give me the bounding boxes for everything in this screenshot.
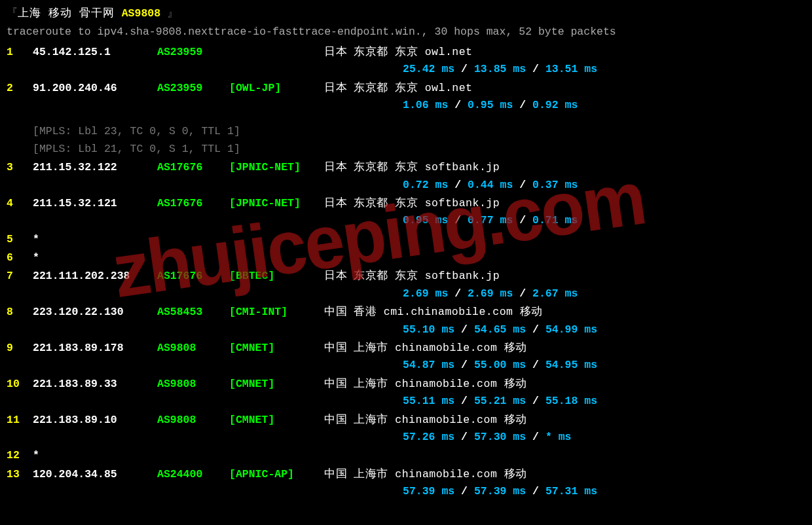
hop-geo: 中国 上海市 chinamobile.com 移动 <box>324 466 527 483</box>
hop-number: 8 <box>7 304 33 321</box>
rtt-value: 2.67 ms <box>532 287 578 300</box>
rtt-separator: / <box>448 99 468 111</box>
hop-asn: AS9808 <box>157 340 229 357</box>
rtt-separator: / <box>526 485 545 498</box>
hop-row: 7221.111.202.238AS17676[BBTEC]日本 东京都 东京 … <box>7 268 805 285</box>
hop-netname: [JPNIC-NET] <box>229 195 324 212</box>
hop-number: 13 <box>7 466 33 483</box>
rtt-value: 54.65 ms <box>474 323 526 336</box>
hop-entry: 5* <box>7 231 805 248</box>
hop-row: 13120.204.34.85AS24400[APNIC-AP]中国 上海市 c… <box>7 466 805 483</box>
hop-ip: 120.204.34.85 <box>33 466 157 483</box>
hop-netname: [CMNET] <box>229 340 324 357</box>
hop-row: 9221.183.89.178AS9808[CMNET]中国 上海市 china… <box>7 340 805 357</box>
rtt-separator: / <box>513 179 532 191</box>
hop-geo: 日本 东京都 东京 owl.net <box>324 44 473 61</box>
hop-entry: 10221.183.89.33AS9808[CMNET]中国 上海市 china… <box>7 376 805 410</box>
hop-number: 12 <box>7 447 33 464</box>
rtt-value: 1.06 ms <box>403 99 448 111</box>
mpls-line: [MPLS: Lbl 21, TC 0, S 1, TTL 1] <box>7 141 805 158</box>
hop-geo: 日本 东京都 东京 softbank.jp <box>324 268 500 285</box>
hop-asn: AS23959 <box>157 80 229 97</box>
rtt-value: 0.95 ms <box>468 99 513 111</box>
hop-timing: 55.11 ms / 55.21 ms / 55.18 ms <box>7 393 805 410</box>
rtt-separator: / <box>448 287 468 300</box>
rtt-value: 57.39 ms <box>474 485 526 498</box>
hop-entry: 145.142.125.1AS23959日本 东京都 东京 owl.net25.… <box>7 44 805 79</box>
hop-asn: AS24400 <box>157 466 229 483</box>
rtt-separator: / <box>526 395 545 407</box>
title-asn: AS9808 <box>122 7 160 20</box>
traceroute-command: traceroute to ipv4.sha-9808.nexttrace-io… <box>7 24 805 41</box>
hop-ip: 221.183.89.178 <box>33 340 157 357</box>
hop-netname: [OWL-JP] <box>229 80 324 97</box>
rtt-value: 55.00 ms <box>474 359 526 371</box>
rtt-value: 13.51 ms <box>545 63 597 75</box>
bracket-close: 』 <box>160 7 178 20</box>
rtt-separator: / <box>526 431 545 443</box>
rtt-value: 0.72 ms <box>403 179 448 191</box>
hop-timing: 0.72 ms / 0.44 ms / 0.37 ms <box>7 177 805 194</box>
hop-number: 11 <box>7 412 33 429</box>
hop-number: 10 <box>7 376 33 393</box>
hop-row: 291.200.240.46AS23959[OWL-JP]日本 东京都 东京 o… <box>7 80 805 97</box>
hop-geo: 中国 上海市 chinamobile.com 移动 <box>324 376 527 393</box>
traceroute-title: 『上海 移动 骨干网 AS9808 』 <box>7 5 805 22</box>
rtt-value: 0.92 ms <box>532 99 578 111</box>
rtt-separator: / <box>513 214 532 226</box>
rtt-separator: / <box>526 323 545 336</box>
hop-asn: AS23959 <box>157 44 229 61</box>
hop-entry: 13120.204.34.85AS24400[APNIC-AP]中国 上海市 c… <box>7 466 805 501</box>
hop-entry: 12* <box>7 447 805 464</box>
rtt-value: 57.26 ms <box>403 431 454 443</box>
rtt-value: 55.11 ms <box>403 395 454 407</box>
hop-geo: 中国 上海市 chinamobile.com 移动 <box>324 412 527 429</box>
rtt-separator: / <box>454 431 474 443</box>
hop-asn: AS17676 <box>157 268 229 285</box>
hop-timing: 55.10 ms / 54.65 ms / 54.99 ms <box>7 321 805 338</box>
hop-netname: [CMNET] <box>229 376 324 393</box>
hop-netname: [CMI-INT] <box>229 304 324 321</box>
hop-timing: 0.95 ms / 0.77 ms / 0.71 ms <box>7 212 805 229</box>
rtt-value: 2.69 ms <box>403 287 448 300</box>
hop-ip: 211.15.32.122 <box>33 159 157 176</box>
hop-ip: 221.183.89.10 <box>33 412 157 429</box>
hop-asn: AS9808 <box>157 376 229 393</box>
rtt-value: 54.95 ms <box>545 359 597 371</box>
hop-geo: 日本 东京都 东京 owl.net <box>324 80 473 97</box>
rtt-separator: / <box>454 63 474 75</box>
hop-timing: 54.87 ms / 55.00 ms / 54.95 ms <box>7 357 805 374</box>
hop-timing: 25.42 ms / 13.85 ms / 13.51 ms <box>7 61 805 78</box>
hop-number: 4 <box>7 195 33 212</box>
rtt-value: 0.44 ms <box>468 179 513 191</box>
hop-netname: [JPNIC-NET] <box>229 159 324 176</box>
hop-ip: * <box>33 231 157 248</box>
hop-entry: 11221.183.89.10AS9808[CMNET]中国 上海市 china… <box>7 412 805 446</box>
hop-entry: 7221.111.202.238AS17676[BBTEC]日本 东京都 东京 … <box>7 268 805 302</box>
bracket-open: 『 <box>7 7 18 20</box>
rtt-value: 55.21 ms <box>474 395 526 407</box>
mpls-line: [MPLS: Lbl 23, TC 0, S 0, TTL 1] <box>7 123 805 140</box>
hop-row: 12* <box>7 447 805 464</box>
hop-asn: AS17676 <box>157 195 229 212</box>
hop-number: 2 <box>7 80 33 97</box>
hop-asn: AS58453 <box>157 304 229 321</box>
rtt-separator: / <box>526 63 545 75</box>
hop-ip: 211.15.32.121 <box>33 195 157 212</box>
hop-netname: [BBTEC] <box>229 268 324 285</box>
hop-number: 6 <box>7 249 33 266</box>
hop-number: 7 <box>7 268 33 285</box>
rtt-value: 57.31 ms <box>545 485 597 498</box>
hop-asn: AS9808 <box>157 412 229 429</box>
hop-timing: 57.39 ms / 57.39 ms / 57.31 ms <box>7 483 805 500</box>
rtt-value: 0.95 ms <box>403 214 448 226</box>
rtt-separator: / <box>513 99 532 111</box>
hop-ip: * <box>33 249 157 266</box>
hop-row: 3211.15.32.122AS17676[JPNIC-NET]日本 东京都 东… <box>7 159 805 176</box>
hop-asn: AS17676 <box>157 159 229 176</box>
hop-row: 11221.183.89.10AS9808[CMNET]中国 上海市 china… <box>7 412 805 429</box>
rtt-separator: / <box>454 359 474 371</box>
hops-list: 145.142.125.1AS23959日本 东京都 东京 owl.net25.… <box>7 44 805 501</box>
hop-row: 5* <box>7 231 805 248</box>
hop-geo: 日本 东京都 东京 softbank.jp <box>324 195 500 212</box>
